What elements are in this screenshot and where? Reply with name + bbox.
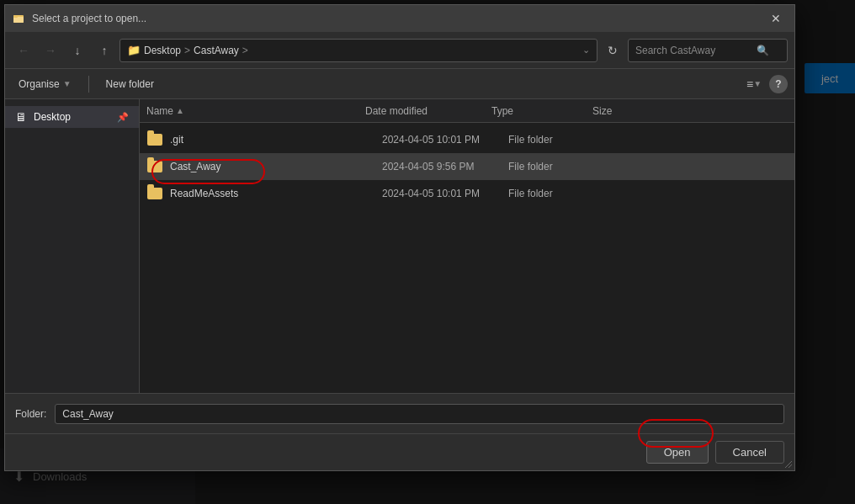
table-row[interactable]: Cast_Away 2024-04-05 9:56 PM File folder [140, 153, 794, 180]
svg-rect-2 [13, 15, 18, 18]
toolbar-separator [88, 76, 89, 93]
dialog-title: Select a project to open... [32, 13, 146, 24]
sidebar-item-desktop[interactable]: 🖥 Desktop 📌 [5, 106, 139, 128]
search-icon: 🔍 [757, 45, 769, 56]
folder-input[interactable] [55, 404, 784, 424]
dialog-icon [12, 12, 25, 25]
help-button[interactable]: ? [769, 75, 788, 93]
open-button[interactable]: Open [646, 441, 709, 464]
expand-button[interactable]: ↓ [66, 39, 89, 62]
view-chevron-icon: ▼ [753, 79, 762, 88]
resize-handle[interactable] [783, 459, 794, 470]
file-list: .git 2024-04-05 10:01 PM File folder Cas… [140, 123, 794, 393]
search-input[interactable] [635, 45, 753, 56]
close-button[interactable]: ✕ [764, 7, 788, 30]
breadcrumb: Desktop > CastAway > [144, 45, 579, 56]
sidebar-item-label: Desktop [34, 111, 71, 123]
svg-rect-1 [13, 17, 24, 23]
title-bar: Select a project to open... ✕ [5, 5, 794, 32]
file-date: 2024-04-05 9:56 PM [382, 161, 508, 172]
main-content: 🖥 Desktop 📌 Name ▲ Date modified Type [5, 99, 794, 393]
folder-icon [146, 158, 163, 175]
col-header-date[interactable]: Date modified [365, 105, 491, 117]
folder-icon [146, 131, 163, 148]
toolbar: Organise ▼ New folder ≡ ▼ ? [5, 69, 794, 99]
address-chevron-icon[interactable]: ⌄ [582, 45, 590, 56]
title-bar-left: Select a project to open... [12, 12, 146, 25]
organise-chevron-icon: ▼ [63, 79, 72, 88]
search-box[interactable]: 🔍 [628, 39, 788, 62]
cancel-button[interactable]: Cancel [715, 441, 784, 464]
file-type: File folder [508, 134, 609, 146]
address-bar[interactable]: 📁 Desktop > CastAway > ⌄ [119, 39, 597, 62]
file-name: Cast_Away [170, 161, 382, 172]
forward-button[interactable]: → [39, 39, 62, 62]
organise-button[interactable]: Organise ▼ [12, 76, 78, 93]
breadcrumb-desktop[interactable]: Desktop [144, 45, 181, 56]
view-icon: ≡ [746, 77, 753, 91]
back-button[interactable]: ← [12, 39, 35, 62]
desktop-icon: 🖥 [15, 110, 27, 124]
sort-icon: ▲ [176, 106, 184, 115]
new-folder-button[interactable]: New folder [99, 76, 161, 93]
breadcrumb-castaway[interactable]: CastAway [194, 45, 239, 56]
file-date: 2024-04-05 10:01 PM [382, 134, 508, 146]
table-row[interactable]: ReadMeAssets 2024-04-05 10:01 PM File fo… [140, 180, 794, 207]
col-header-size[interactable]: Size [592, 105, 660, 117]
file-name: .git [170, 134, 382, 146]
file-date: 2024-04-05 10:01 PM [382, 188, 508, 199]
folder-bar: Folder: [5, 393, 794, 433]
file-type: File folder [508, 161, 609, 172]
folder-label: Folder: [15, 408, 46, 420]
col-header-type[interactable]: Type [491, 105, 592, 117]
file-type: File folder [508, 188, 609, 199]
view-toggle-button[interactable]: ≡ ▼ [742, 72, 766, 96]
file-area: Name ▲ Date modified Type Size [140, 99, 794, 393]
nav-bar: ← → ↓ ↑ 📁 Desktop > CastAway > ⌄ ↻ 🔍 [5, 32, 794, 69]
address-folder-icon: 📁 [127, 44, 141, 56]
column-headers: Name ▲ Date modified Type Size [140, 99, 794, 123]
action-bar: Open Cancel [5, 433, 794, 470]
pin-icon: 📌 [117, 112, 129, 123]
toolbar-right: ≡ ▼ ? [742, 72, 788, 96]
refresh-button[interactable]: ↻ [601, 39, 624, 62]
sidebar: 🖥 Desktop 📌 [5, 99, 140, 393]
table-row[interactable]: .git 2024-04-05 10:01 PM File folder [140, 126, 794, 153]
folder-icon [146, 185, 163, 202]
up-button[interactable]: ↑ [93, 39, 116, 62]
file-name: ReadMeAssets [170, 188, 382, 199]
file-open-dialog: Select a project to open... ✕ ← → ↓ ↑ 📁 … [4, 4, 795, 471]
col-header-name[interactable]: Name ▲ [146, 105, 365, 117]
